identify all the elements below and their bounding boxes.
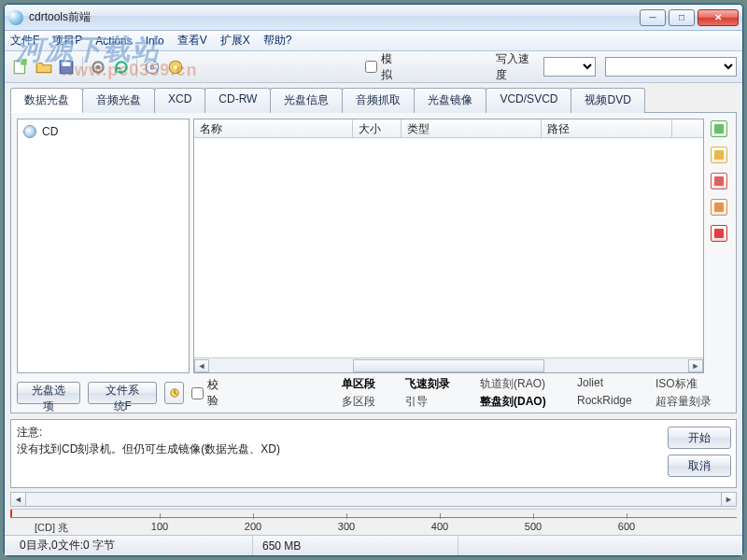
settings-icon[interactable]	[88, 56, 109, 78]
list-hscrollbar[interactable]: ◄ ►	[194, 357, 703, 372]
capacity-ruler: [CD] 兆100200300400500600	[10, 509, 737, 535]
close-button[interactable]: ✕	[698, 9, 739, 26]
svg-rect-1	[21, 59, 27, 65]
main-hscrollbar[interactable]: ◄ ►	[10, 492, 737, 507]
write-opt[interactable]: 多区段	[342, 394, 398, 410]
tab-4[interactable]: 光盘信息	[270, 88, 343, 113]
write-opt[interactable]: ISO标准	[655, 376, 730, 392]
rename-icon[interactable]	[711, 199, 727, 216]
new-project-icon[interactable]	[10, 56, 32, 78]
write-opt[interactable]: RockRidge	[577, 394, 648, 410]
scroll-left-icon[interactable]: ◄	[194, 359, 209, 372]
options-row: 光盘选项 文件系统F 校验 单区段飞速刻录轨道刻(RAO)JolietISO标准…	[17, 379, 730, 407]
start-button[interactable]: 开始	[668, 427, 731, 449]
scroll-right-icon[interactable]: ►	[688, 359, 703, 372]
column-header[interactable]: 类型	[402, 119, 542, 137]
tab-2[interactable]: XCD	[154, 88, 205, 113]
tree-pane[interactable]: CD	[17, 119, 190, 373]
remove-icon[interactable]	[711, 173, 727, 189]
ruler-tick-label: 500	[525, 521, 542, 532]
ruler-tick-label: 100	[151, 521, 168, 532]
file-list[interactable]: 名称大小类型路径 ◄ ►	[193, 119, 704, 373]
menu-item[interactable]: 文件F	[10, 33, 39, 49]
status-files: 0目录,0文件:0 字节	[10, 536, 253, 555]
save-icon[interactable]	[56, 56, 78, 78]
side-toolbar	[708, 119, 730, 373]
notice-title: 注意:	[17, 424, 730, 441]
scroll-right-icon[interactable]: ►	[721, 493, 736, 506]
svg-rect-12	[714, 176, 724, 186]
list-body[interactable]	[194, 138, 703, 357]
simulate-checkbox[interactable]: 模拟	[365, 51, 401, 83]
tab-1[interactable]: 音频光盘	[82, 88, 155, 113]
column-header[interactable]: 路径	[542, 119, 672, 137]
tab-0[interactable]: 数据光盘	[10, 88, 83, 113]
scroll-track[interactable]	[26, 493, 721, 506]
menu-item[interactable]: 项目P	[52, 33, 82, 49]
verify-input[interactable]	[191, 387, 204, 399]
add-file-icon[interactable]	[711, 120, 727, 137]
tab-bar: 数据光盘音频光盘XCDCD-RW光盘信息音频抓取光盘镜像VCD/SVCD视频DV…	[10, 87, 737, 113]
tab-8[interactable]: 视频DVD	[571, 88, 644, 113]
minimize-button[interactable]: ─	[640, 9, 666, 26]
scroll-thumb[interactable]	[353, 359, 544, 372]
ruler-tick	[253, 513, 254, 519]
delete-icon[interactable]	[711, 225, 727, 242]
app-icon	[8, 10, 23, 25]
action-buttons: 开始 取消	[668, 427, 731, 477]
notice-box: 注意: 没有找到CD刻录机。但仍可生成镜像(数据光盘、XD)	[10, 419, 737, 488]
disc-icon	[23, 125, 36, 138]
maximize-button[interactable]: □	[669, 9, 695, 26]
write-speed-select[interactable]	[543, 57, 596, 77]
svg-point-5	[96, 64, 101, 69]
verify-checkbox[interactable]: 校验	[191, 377, 222, 409]
tab-6[interactable]: 光盘镜像	[414, 88, 486, 113]
add-folder-icon[interactable]	[711, 147, 727, 163]
refresh-icon[interactable]	[110, 56, 132, 78]
scroll-track[interactable]	[209, 359, 688, 372]
menu-item[interactable]: Info	[146, 35, 164, 48]
simulate-input[interactable]	[365, 61, 377, 73]
refresh-fs-button[interactable]	[164, 382, 184, 404]
menu-item[interactable]: 扩展X	[220, 33, 250, 49]
drive-select[interactable]	[605, 57, 736, 77]
tab-5[interactable]: 音频抓取	[342, 88, 415, 113]
ruler-tick-label: 600	[618, 521, 635, 532]
write-opt[interactable]: 飞速刻录	[405, 376, 472, 392]
ruler-tick	[346, 513, 347, 519]
menu-item[interactable]: 查看V	[177, 33, 207, 49]
column-header[interactable]: 大小	[353, 119, 402, 137]
refresh-icon	[168, 386, 181, 399]
tab-3[interactable]: CD-RW	[204, 88, 271, 113]
write-opt[interactable]: Joliet	[577, 376, 648, 392]
cancel-button[interactable]: 取消	[668, 455, 731, 477]
menu-item[interactable]: 帮助?	[263, 33, 292, 49]
ruler-label: [CD] 兆	[35, 521, 68, 535]
write-opt[interactable]: 单区段	[342, 376, 398, 392]
scroll-left-icon[interactable]: ◄	[11, 493, 26, 506]
toolbar: 模拟 写入速度	[5, 51, 742, 83]
ruler-marker	[10, 510, 12, 517]
write-opt[interactable]: 超容量刻录	[655, 394, 730, 410]
titlebar[interactable]: cdrtools前端 ─ □ ✕	[5, 5, 742, 31]
ruler-tick-label: 200	[245, 521, 261, 532]
tree-root-item[interactable]: CD	[23, 125, 183, 138]
open-icon[interactable]	[34, 56, 55, 78]
column-header[interactable]: 名称	[194, 119, 353, 137]
write-opt[interactable]: 整盘刻(DAO)	[480, 394, 570, 410]
write-opt[interactable]: 引导	[405, 394, 472, 410]
tab-7[interactable]: VCD/SVCD	[486, 88, 571, 113]
svg-rect-3	[63, 62, 71, 66]
tree-root-label: CD	[42, 125, 58, 138]
ruler-tick	[627, 513, 627, 519]
menubar: 文件F项目PActionsInfo查看V扩展X帮助?	[5, 31, 742, 51]
status-bar: 0目录,0文件:0 字节 650 MB	[5, 535, 742, 555]
svg-rect-10	[714, 124, 724, 133]
burn-icon[interactable]	[164, 56, 186, 78]
disc-options-button[interactable]: 光盘选项	[17, 382, 80, 404]
menu-item[interactable]: Actions	[95, 35, 132, 48]
svg-point-7	[150, 65, 153, 68]
write-opt[interactable]: 轨道刻(RAO)	[480, 376, 570, 392]
filesystem-button[interactable]: 文件系统F	[88, 382, 157, 404]
disc-icon[interactable]	[142, 56, 163, 78]
